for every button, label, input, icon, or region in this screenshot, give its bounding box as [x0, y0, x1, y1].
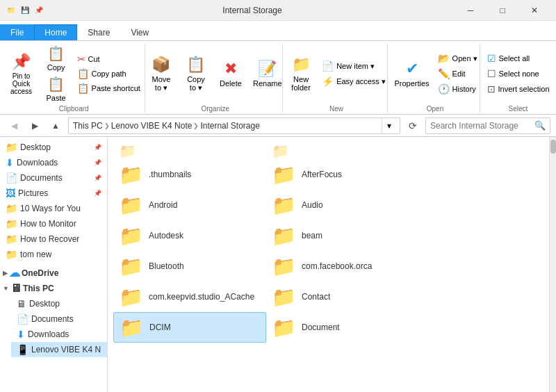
thispc-children: 🖥 Desktop 📄 Documents ⬇ Downloads 📱 Leno… [0, 296, 107, 357]
search-input[interactable] [430, 121, 534, 131]
file-item-afterfocus[interactable]: 📁 AfterFocus [266, 159, 419, 190]
forward-button[interactable]: ▶ [26, 117, 43, 134]
copy-path-button[interactable]: 📋 Copy path [74, 67, 143, 81]
history-button[interactable]: 🕐 History [435, 82, 480, 96]
file-item-parent2[interactable]: 📁 [266, 142, 419, 159]
pin-indicator-pic: 📌 [94, 190, 101, 197]
file-item-dcim[interactable]: 📁 DCIM [113, 312, 266, 343]
file-item-keepvid[interactable]: 📁 com.keepvid.studio_ACache [113, 281, 266, 312]
scrollbar[interactable] [549, 137, 556, 392]
paste-button[interactable]: 📋 Paste [40, 74, 73, 104]
sidebar-item-10ways[interactable]: 📁 10 Ways for You [0, 201, 107, 216]
sidebar-item-documents[interactable]: 📄 Documents 📌 [0, 170, 107, 186]
sidebar-item-desktop[interactable]: 📁 Desktop 📌 [0, 140, 107, 155]
folder-icon-thumbnails: 📁 [119, 163, 143, 186]
file-item-android[interactable]: 📁 Android [113, 190, 266, 220]
move-to-button[interactable]: 📦 Moveto ▾ [145, 53, 178, 95]
select-buttons: ☑ Select all ☐ Select none ⊡ Invert sele… [484, 44, 553, 104]
file-name-document: Document [302, 322, 340, 332]
tab-share[interactable]: Share [77, 24, 120, 40]
minimize-button[interactable]: ─ [455, 0, 486, 21]
up-button[interactable]: ▲ [47, 117, 64, 134]
paste-shortcut-icon: 📋 [77, 83, 89, 94]
folder-icon-contact: 📁 [272, 286, 296, 309]
sidebar-item-downloads[interactable]: ⬇ Downloads 📌 [0, 155, 107, 170]
properties-button[interactable]: ✔ Properties [390, 57, 433, 90]
move-to-icon: 📦 [152, 56, 170, 74]
folder-icon-facebook: 📁 [272, 255, 296, 278]
address-dropdown[interactable]: ▾ [382, 118, 395, 133]
save-icon: 💾 [19, 5, 31, 16]
rename-button[interactable]: 📝 Rename [249, 57, 286, 90]
file-item-autodesk[interactable]: 📁 Autodesk [113, 220, 266, 251]
sidebar-item-tomnew[interactable]: 📁 tom new [0, 247, 107, 262]
sidebar-thispc-documents[interactable]: 📄 Documents [11, 311, 107, 327]
ribbon-tabs: File Home Share View [0, 21, 556, 40]
file-item-facebook[interactable]: 📁 com.facebook.orca [266, 251, 419, 281]
new-folder-button[interactable]: 📁 Newfolder [284, 53, 318, 95]
close-button[interactable]: ✕ [518, 0, 550, 21]
sidebar-thispc-lenovo[interactable]: 📱 Lenovo VIBE K4 N [11, 342, 107, 357]
file-item-thumbnails[interactable]: 📁 .thumbnails [113, 159, 266, 190]
copy-to-icon: 📋 [186, 56, 205, 74]
select-all-button[interactable]: ☑ Select all [484, 51, 553, 65]
file-item-beam[interactable]: 📁 beam [266, 220, 419, 251]
address-device: Lenovo VIBE K4 Note [111, 121, 193, 131]
pin-to-quick-access-button[interactable]: 📌 Pin to Quickaccess [5, 50, 38, 98]
sidebar-item-pictures[interactable]: 🖼 Pictures 📌 [0, 186, 107, 201]
sidebar-thispc-downloads[interactable]: ⬇ Downloads [11, 327, 107, 342]
file-item-bluetooth[interactable]: 📁 Bluetooth [113, 251, 266, 281]
tab-home[interactable]: Home [34, 24, 77, 40]
maximize-button[interactable]: □ [486, 0, 518, 21]
history-label: History [452, 85, 476, 93]
onedrive-header[interactable]: ▶ ☁ OneDrive [0, 265, 107, 281]
chevron-1: ❯ [104, 122, 110, 129]
invert-selection-button[interactable]: ⊡ Invert selection [484, 82, 553, 96]
easy-access-label: Easy access ▾ [336, 77, 386, 86]
new-buttons: 📁 Newfolder 📄 New item ▾ ⚡ Easy access ▾ [284, 44, 389, 104]
back-button[interactable]: ◀ [6, 117, 22, 134]
folder-icon-parent1: 📁 [119, 142, 136, 159]
ribbon: File Home Share View 📌 Pin to Quickacces… [0, 21, 556, 115]
file-area: 📁 📁 📁 .thumbnails 📁 AfterFocus 📁 Android… [108, 137, 549, 392]
thispc-header[interactable]: ▼ 🖥 This PC [0, 281, 107, 296]
folder-icon-autodesk: 📁 [119, 224, 143, 247]
file-item-contact[interactable]: 📁 Contact [266, 281, 419, 312]
sidebar: 📁 Desktop 📌 ⬇ Downloads 📌 📄 Documents 📌 … [0, 137, 108, 392]
thispc-downloads-icon: ⬇ [17, 329, 25, 340]
easy-access-button[interactable]: ⚡ Easy access ▾ [319, 74, 389, 88]
sidebar-thispc-desktop[interactable]: 🖥 Desktop [11, 296, 107, 311]
scrollbar-thumb[interactable] [550, 140, 556, 154]
file-item-parent1[interactable]: 📁 [113, 142, 266, 159]
new-item-button[interactable]: 📄 New item ▾ [319, 59, 389, 73]
thispc-label: This PC [23, 284, 54, 293]
properties-label: Properties [394, 79, 429, 88]
copy-icon: 📋 [47, 45, 65, 62]
address-bar: ◀ ▶ ▲ This PC ❯ Lenovo VIBE K4 Note ❯ In… [0, 115, 556, 137]
copy-button[interactable]: 📋 Copy [40, 44, 73, 73]
folder-icon-beam: 📁 [272, 224, 296, 247]
tab-file[interactable]: File [0, 24, 34, 40]
onedrive-icon: ☁ [9, 266, 20, 279]
select-none-button[interactable]: ☐ Select none [484, 67, 553, 81]
cut-button[interactable]: ✂ Cut [74, 52, 143, 66]
refresh-button[interactable]: ⟳ [404, 117, 421, 134]
edit-button[interactable]: ✏️ Edit [435, 67, 480, 81]
file-item-document[interactable]: 📁 Document [266, 312, 419, 343]
tab-view[interactable]: View [120, 24, 159, 40]
delete-button[interactable]: ✖ Delete [214, 57, 247, 90]
open-button[interactable]: 📂 Open ▾ [435, 51, 480, 65]
sidebar-item-howmonitor[interactable]: 📁 How to Monitor [0, 216, 107, 231]
onedrive-label: OneDrive [22, 268, 58, 278]
pictures-icon: 🖼 [6, 188, 15, 199]
select-all-label: Select all [499, 54, 530, 63]
file-name-android: Android [149, 200, 177, 210]
search-box[interactable]: 🔍 [425, 117, 550, 134]
file-item-audio[interactable]: 📁 Audio [266, 190, 419, 220]
address-path[interactable]: This PC ❯ Lenovo VIBE K4 Note ❯ Internal… [68, 117, 400, 134]
paste-shortcut-button[interactable]: 📋 Paste shortcut [74, 81, 143, 95]
copy-to-button[interactable]: 📋 Copyto ▾ [179, 53, 213, 95]
file-name-bluetooth: Bluetooth [149, 261, 184, 271]
sidebar-item-howrecover[interactable]: 📁 How to Recover [0, 231, 107, 247]
window-controls[interactable]: ─ □ ✕ [455, 0, 550, 21]
